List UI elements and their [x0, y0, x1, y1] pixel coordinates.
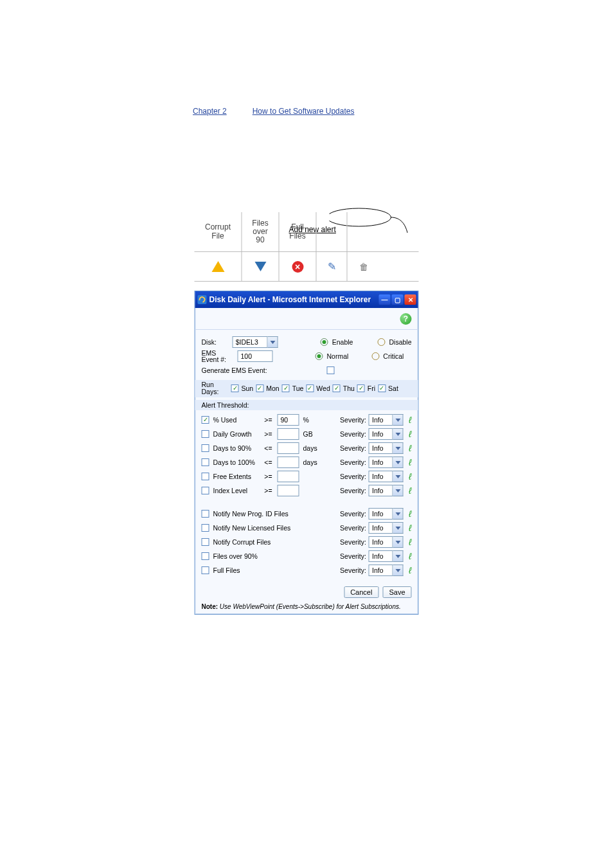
- notify-checkbox[interactable]: [202, 524, 209, 532]
- save-button[interactable]: Save: [382, 586, 411, 598]
- minimize-button[interactable]: —: [379, 294, 391, 305]
- day-checkbox-thu[interactable]: [333, 384, 341, 392]
- day-checkbox-sat[interactable]: [378, 384, 386, 392]
- day-checkbox-tue[interactable]: [282, 384, 290, 392]
- chapter-link[interactable]: Chapter 2: [193, 107, 227, 116]
- edit-icon[interactable]: ℓ: [409, 485, 412, 496]
- cancel-button[interactable]: Cancel: [344, 586, 378, 598]
- threshold-value-input[interactable]: [278, 457, 299, 468]
- threshold-value-input[interactable]: [278, 485, 299, 496]
- disable-radio[interactable]: [377, 338, 385, 346]
- status-down: [242, 252, 280, 281]
- gen-ems-checkbox[interactable]: [327, 366, 335, 374]
- threshold-value-input[interactable]: 90: [278, 414, 299, 426]
- edit-icon[interactable]: ℓ: [409, 471, 412, 482]
- severity-label: Severity:: [340, 552, 366, 560]
- edit-icon[interactable]: ℓ: [409, 551, 412, 561]
- severity-label: Severity:: [340, 430, 366, 438]
- normal-radio[interactable]: [315, 352, 323, 360]
- chevron-down-icon: [393, 485, 404, 496]
- down-icon: [254, 262, 266, 271]
- threshold-checkbox[interactable]: [202, 473, 209, 480]
- day-checkbox-mon[interactable]: [256, 384, 263, 392]
- severity-label: Severity:: [340, 487, 366, 494]
- edit-icon[interactable]: ℓ: [409, 565, 412, 575]
- threshold-row: Days to 90%<=daysSeverity:Infoℓ: [202, 441, 412, 455]
- chevron-down-icon: [393, 536, 404, 548]
- threshold-checkbox[interactable]: [202, 416, 209, 424]
- col-label: Corrupt: [205, 223, 231, 231]
- threshold-value-input[interactable]: [278, 471, 299, 482]
- edit-icon[interactable]: ℓ: [409, 415, 412, 425]
- severity-select[interactable]: Info: [369, 522, 404, 534]
- threshold-value-input[interactable]: [278, 428, 299, 440]
- disk-select[interactable]: $IDEL3: [233, 336, 278, 348]
- edit-icon[interactable]: ℓ: [409, 523, 412, 533]
- threshold-unit: GB: [303, 430, 323, 438]
- day-checkbox-fri[interactable]: [357, 384, 365, 392]
- day-checkbox-wed[interactable]: [306, 384, 314, 392]
- disable-label: Disable: [389, 338, 411, 346]
- enable-label: Enable: [332, 338, 353, 346]
- threshold-checkbox[interactable]: [202, 487, 209, 494]
- notify-checkbox[interactable]: [202, 566, 209, 574]
- updates-link[interactable]: How to Get Software Updates: [253, 107, 355, 116]
- severity-select[interactable]: Info: [369, 485, 404, 496]
- delete-cell[interactable]: 🗑: [348, 252, 380, 281]
- threshold-op: >=: [263, 416, 274, 424]
- severity-select[interactable]: Info: [369, 414, 404, 426]
- severity-select[interactable]: Info: [369, 471, 404, 482]
- edit-icon[interactable]: ℓ: [409, 509, 412, 519]
- edit-icon[interactable]: ℓ: [409, 457, 412, 467]
- col-full-files: Full Files: [280, 212, 317, 251]
- severity-select[interactable]: Info: [369, 428, 404, 440]
- severity-select[interactable]: Info: [369, 550, 404, 562]
- alert-status-row: × ✎ 🗑: [195, 252, 419, 282]
- threshold-row: % Used>=90%Severity:Infoℓ: [202, 413, 412, 427]
- col-label: Files: [289, 232, 305, 240]
- trash-icon: 🗑: [359, 262, 368, 272]
- warning-icon: [211, 261, 224, 272]
- critical-radio[interactable]: [371, 352, 379, 360]
- threshold-checkbox[interactable]: [202, 458, 209, 466]
- threshold-value-input[interactable]: [278, 442, 299, 454]
- col-label: 90: [256, 236, 264, 244]
- notify-row: Notify New Prog. ID FilesSeverity:Infoℓ: [202, 507, 412, 521]
- chevron-down-icon: [393, 565, 404, 576]
- notify-checkbox[interactable]: [202, 510, 209, 518]
- threshold-row: Index Level>=Severity:Infoℓ: [202, 484, 412, 498]
- severity-label: Severity:: [340, 458, 366, 466]
- window-title: Disk Daily Alert - Microsoft Internet Ex…: [209, 295, 371, 304]
- notify-checkbox[interactable]: [202, 538, 209, 546]
- run-days-row: Run Days: SunMonTueWedThuFriSat: [195, 380, 418, 397]
- col-edit: [317, 212, 348, 251]
- threshold-row: Daily Growth>=GBSeverity:Infoℓ: [202, 427, 412, 441]
- notify-row: Files over 90%Severity:Infoℓ: [202, 549, 412, 563]
- severity-select[interactable]: Info: [369, 565, 404, 576]
- severity-select[interactable]: Info: [369, 508, 404, 520]
- edit-icon[interactable]: ℓ: [409, 443, 412, 453]
- help-icon[interactable]: ?: [400, 313, 412, 325]
- enable-radio[interactable]: [321, 338, 328, 346]
- severity-select[interactable]: Info: [369, 457, 404, 468]
- edit-cell[interactable]: ✎: [317, 252, 348, 281]
- notify-label: Files over 90%: [213, 552, 258, 560]
- pencil-icon: ✎: [328, 260, 336, 273]
- normal-label: Normal: [327, 352, 349, 360]
- notify-checkbox[interactable]: [202, 552, 209, 560]
- maximize-button[interactable]: ▢: [392, 294, 404, 305]
- severity-select[interactable]: Info: [369, 442, 404, 454]
- threshold-checkbox[interactable]: [202, 444, 209, 452]
- ems-input[interactable]: 100: [238, 350, 273, 362]
- titlebar: Disk Daily Alert - Microsoft Internet Ex…: [195, 291, 418, 308]
- close-button[interactable]: ✕: [405, 294, 416, 305]
- inline-links: Chapter 2 How to Get Software Updates: [0, 107, 613, 116]
- edit-icon[interactable]: ℓ: [409, 429, 412, 439]
- edit-icon[interactable]: ℓ: [409, 537, 412, 547]
- threshold-header: Alert Threshold:: [195, 400, 418, 410]
- threshold-label: Daily Growth: [213, 430, 252, 438]
- threshold-checkbox[interactable]: [202, 430, 209, 438]
- day-label: Fri: [368, 384, 375, 392]
- day-checkbox-sun[interactable]: [231, 384, 239, 392]
- severity-select[interactable]: Info: [369, 536, 404, 548]
